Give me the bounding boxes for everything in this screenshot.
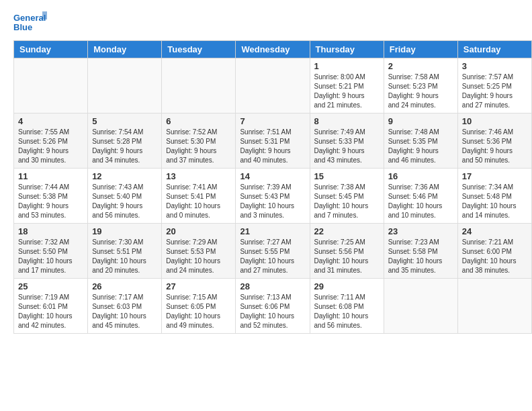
day-number: 9 xyxy=(388,116,453,126)
day-number: 13 xyxy=(166,171,231,181)
day-info: Sunrise: 7:29 AM Sunset: 5:53 PM Dayligh… xyxy=(166,238,231,275)
calendar-day-cell: 3Sunrise: 7:57 AM Sunset: 5:25 PM Daylig… xyxy=(457,58,531,113)
calendar-day-cell: 20Sunrise: 7:29 AM Sunset: 5:53 PM Dayli… xyxy=(162,224,236,279)
day-of-week-header: Friday xyxy=(384,41,457,58)
day-number: 5 xyxy=(92,116,157,126)
calendar-header: SundayMondayTuesdayWednesdayThursdayFrid… xyxy=(14,41,532,58)
day-info: Sunrise: 7:30 AM Sunset: 5:51 PM Dayligh… xyxy=(92,238,157,275)
calendar-day-cell: 5Sunrise: 7:54 AM Sunset: 5:28 PM Daylig… xyxy=(88,113,162,169)
logo-svg: General Blue xyxy=(13,10,47,37)
day-of-week-header: Sunday xyxy=(14,41,88,58)
calendar-day-cell xyxy=(457,279,531,334)
day-of-week-header: Wednesday xyxy=(236,41,310,58)
day-of-week-header: Monday xyxy=(88,41,162,58)
day-info: Sunrise: 7:48 AM Sunset: 5:35 PM Dayligh… xyxy=(388,128,453,165)
day-info: Sunrise: 7:41 AM Sunset: 5:41 PM Dayligh… xyxy=(166,183,231,220)
day-info: Sunrise: 7:21 AM Sunset: 6:00 PM Dayligh… xyxy=(462,238,527,275)
page-header: General Blue xyxy=(0,0,532,40)
calendar-day-cell: 24Sunrise: 7:21 AM Sunset: 6:00 PM Dayli… xyxy=(457,224,531,279)
calendar-day-cell xyxy=(236,58,310,113)
day-info: Sunrise: 7:57 AM Sunset: 5:25 PM Dayligh… xyxy=(462,73,527,110)
day-info: Sunrise: 7:36 AM Sunset: 5:46 PM Dayligh… xyxy=(388,183,453,220)
day-info: Sunrise: 7:25 AM Sunset: 5:56 PM Dayligh… xyxy=(314,238,380,275)
day-info: Sunrise: 7:49 AM Sunset: 5:33 PM Dayligh… xyxy=(314,128,380,165)
day-number: 28 xyxy=(240,281,305,291)
day-info: Sunrise: 7:58 AM Sunset: 5:23 PM Dayligh… xyxy=(388,73,453,110)
calendar-day-cell: 7Sunrise: 7:51 AM Sunset: 5:31 PM Daylig… xyxy=(236,113,310,169)
day-number: 16 xyxy=(388,171,453,181)
calendar-day-cell: 26Sunrise: 7:17 AM Sunset: 6:03 PM Dayli… xyxy=(88,279,162,334)
day-info: Sunrise: 7:11 AM Sunset: 6:08 PM Dayligh… xyxy=(314,293,380,330)
day-info: Sunrise: 7:46 AM Sunset: 5:36 PM Dayligh… xyxy=(462,128,527,165)
day-number: 2 xyxy=(388,61,453,71)
day-info: Sunrise: 7:32 AM Sunset: 5:50 PM Dayligh… xyxy=(18,238,83,275)
day-number: 6 xyxy=(166,116,231,126)
day-number: 18 xyxy=(18,226,83,236)
day-number: 3 xyxy=(462,61,527,71)
calendar-day-cell: 21Sunrise: 7:27 AM Sunset: 5:55 PM Dayli… xyxy=(236,224,310,279)
day-info: Sunrise: 7:52 AM Sunset: 5:30 PM Dayligh… xyxy=(166,128,231,165)
calendar-day-cell: 23Sunrise: 7:23 AM Sunset: 5:58 PM Dayli… xyxy=(384,224,457,279)
day-number: 11 xyxy=(18,171,83,181)
calendar-day-cell: 19Sunrise: 7:30 AM Sunset: 5:51 PM Dayli… xyxy=(88,224,162,279)
calendar-day-cell: 12Sunrise: 7:43 AM Sunset: 5:40 PM Dayli… xyxy=(88,169,162,224)
calendar-day-cell: 13Sunrise: 7:41 AM Sunset: 5:41 PM Dayli… xyxy=(162,169,236,224)
calendar-day-cell: 1Sunrise: 8:00 AM Sunset: 5:21 PM Daylig… xyxy=(310,58,384,113)
day-number: 20 xyxy=(166,226,231,236)
calendar-day-cell: 9Sunrise: 7:48 AM Sunset: 5:35 PM Daylig… xyxy=(384,113,457,169)
day-info: Sunrise: 7:34 AM Sunset: 5:48 PM Dayligh… xyxy=(462,183,527,220)
day-number: 19 xyxy=(92,226,157,236)
day-info: Sunrise: 7:15 AM Sunset: 6:05 PM Dayligh… xyxy=(166,293,231,330)
day-of-week-header: Thursday xyxy=(310,41,384,58)
day-number: 14 xyxy=(240,171,305,181)
day-info: Sunrise: 8:00 AM Sunset: 5:21 PM Dayligh… xyxy=(314,73,380,110)
day-info: Sunrise: 7:23 AM Sunset: 5:58 PM Dayligh… xyxy=(388,238,453,275)
day-info: Sunrise: 7:13 AM Sunset: 6:06 PM Dayligh… xyxy=(240,293,305,330)
day-number: 8 xyxy=(314,116,380,126)
calendar-day-cell: 6Sunrise: 7:52 AM Sunset: 5:30 PM Daylig… xyxy=(162,113,236,169)
day-info: Sunrise: 7:54 AM Sunset: 5:28 PM Dayligh… xyxy=(92,128,157,165)
day-info: Sunrise: 7:51 AM Sunset: 5:31 PM Dayligh… xyxy=(240,128,305,165)
day-info: Sunrise: 7:55 AM Sunset: 5:26 PM Dayligh… xyxy=(18,128,83,165)
svg-marker-2 xyxy=(42,11,47,19)
calendar-day-cell xyxy=(162,58,236,113)
calendar-day-cell: 2Sunrise: 7:58 AM Sunset: 5:23 PM Daylig… xyxy=(384,58,457,113)
calendar-day-cell: 11Sunrise: 7:44 AM Sunset: 5:38 PM Dayli… xyxy=(14,169,88,224)
day-of-week-header: Saturday xyxy=(457,41,531,58)
day-number: 25 xyxy=(18,281,83,291)
day-number: 26 xyxy=(92,281,157,291)
day-info: Sunrise: 7:17 AM Sunset: 6:03 PM Dayligh… xyxy=(92,293,157,330)
day-number: 1 xyxy=(314,61,380,71)
calendar-table: SundayMondayTuesdayWednesdayThursdayFrid… xyxy=(13,40,532,334)
calendar-day-cell: 10Sunrise: 7:46 AM Sunset: 5:36 PM Dayli… xyxy=(457,113,531,169)
calendar-day-cell: 27Sunrise: 7:15 AM Sunset: 6:05 PM Dayli… xyxy=(162,279,236,334)
calendar-week-row: 4Sunrise: 7:55 AM Sunset: 5:26 PM Daylig… xyxy=(14,113,532,169)
day-number: 4 xyxy=(18,116,83,126)
day-number: 27 xyxy=(166,281,231,291)
day-info: Sunrise: 7:19 AM Sunset: 6:01 PM Dayligh… xyxy=(18,293,83,330)
calendar-wrapper: SundayMondayTuesdayWednesdayThursdayFrid… xyxy=(0,40,532,340)
logo: General Blue xyxy=(13,10,47,37)
calendar-day-cell: 29Sunrise: 7:11 AM Sunset: 6:08 PM Dayli… xyxy=(310,279,384,334)
calendar-week-row: 25Sunrise: 7:19 AM Sunset: 6:01 PM Dayli… xyxy=(14,279,532,334)
day-number: 17 xyxy=(462,171,527,181)
day-info: Sunrise: 7:39 AM Sunset: 5:43 PM Dayligh… xyxy=(240,183,305,220)
calendar-day-cell xyxy=(88,58,162,113)
day-info: Sunrise: 7:38 AM Sunset: 5:45 PM Dayligh… xyxy=(314,183,380,220)
calendar-day-cell: 25Sunrise: 7:19 AM Sunset: 6:01 PM Dayli… xyxy=(14,279,88,334)
day-info: Sunrise: 7:27 AM Sunset: 5:55 PM Dayligh… xyxy=(240,238,305,275)
days-of-week-row: SundayMondayTuesdayWednesdayThursdayFrid… xyxy=(14,41,532,58)
day-number: 15 xyxy=(314,171,380,181)
calendar-day-cell: 22Sunrise: 7:25 AM Sunset: 5:56 PM Dayli… xyxy=(310,224,384,279)
calendar-day-cell: 14Sunrise: 7:39 AM Sunset: 5:43 PM Dayli… xyxy=(236,169,310,224)
day-number: 21 xyxy=(240,226,305,236)
calendar-week-row: 11Sunrise: 7:44 AM Sunset: 5:38 PM Dayli… xyxy=(14,169,532,224)
day-of-week-header: Tuesday xyxy=(162,41,236,58)
svg-text:Blue: Blue xyxy=(13,22,32,32)
calendar-day-cell: 16Sunrise: 7:36 AM Sunset: 5:46 PM Dayli… xyxy=(384,169,457,224)
day-number: 22 xyxy=(314,226,380,236)
calendar-day-cell xyxy=(384,279,457,334)
day-number: 23 xyxy=(388,226,453,236)
day-number: 7 xyxy=(240,116,305,126)
calendar-day-cell: 18Sunrise: 7:32 AM Sunset: 5:50 PM Dayli… xyxy=(14,224,88,279)
